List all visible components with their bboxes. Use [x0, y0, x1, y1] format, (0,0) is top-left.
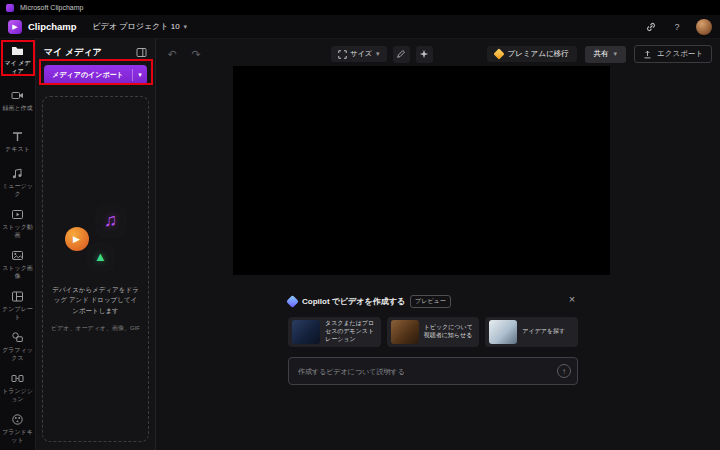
copilot-icon: [286, 295, 299, 308]
stock-video-icon: [11, 208, 24, 221]
sidebar-item-transitions[interactable]: トランジション: [0, 367, 35, 408]
gem-icon: [493, 48, 504, 59]
submit-arrow-icon[interactable]: ↑: [557, 364, 571, 378]
export-arrow-icon: [643, 50, 652, 59]
media-dropzone[interactable]: ♫ ▶ ▲ デバイスからメディアをドラッグ アンド ドロップしてインポートします…: [42, 96, 149, 442]
export-button[interactable]: エクスポート: [634, 45, 712, 63]
import-button-wrap: メディアのインポート ▾: [44, 65, 147, 85]
sidebar-item-my-media[interactable]: マイ メディア: [0, 39, 35, 80]
avatar[interactable]: [696, 19, 712, 35]
folder-icon: [11, 44, 24, 57]
media-panel: マイ メディア メディアのインポート ▾ ♫ ▶ ▲ デバイスからメディアをドラ…: [36, 39, 156, 450]
pen-icon: [396, 49, 406, 59]
copilot-header: Copilot でビデオを作成する プレビュー ×: [288, 295, 578, 308]
dropzone-instructions: デバイスからメディアをドラッグ アンド ドロップしてインポートします: [51, 285, 140, 316]
brand-name: Clipchamp: [28, 21, 77, 32]
media-panel-header: マイ メディア: [36, 39, 155, 59]
editor-toolbar: ↶ ↷ サイズ ▾: [156, 43, 720, 65]
chevron-down-icon: ▾: [376, 50, 380, 58]
pen-button[interactable]: [393, 46, 410, 63]
import-options-chevron-icon[interactable]: ▾: [133, 71, 147, 79]
clipchamp-mini-logo-icon: [6, 4, 14, 12]
sidebar-item-text[interactable]: テキスト: [0, 121, 35, 162]
sparkle-icon: [419, 49, 429, 59]
transitions-icon: [11, 372, 24, 385]
music-note-icon: ♫: [95, 205, 127, 237]
camera-icon: [11, 89, 24, 102]
size-button[interactable]: サイズ ▾: [331, 46, 387, 62]
upgrade-premium-button[interactable]: プレミアムに移行: [487, 46, 577, 62]
redo-icon[interactable]: ↷: [188, 46, 204, 62]
triangle-icon: ▲: [87, 243, 115, 271]
chevron-down-icon: ▾: [614, 50, 618, 58]
editor-main: ↶ ↷ サイズ ▾: [156, 39, 720, 450]
toolbar-mid-group: サイズ ▾: [331, 46, 433, 63]
link-icon[interactable]: [644, 20, 658, 34]
project-title: ビデオ プロジェクト 10: [93, 21, 180, 32]
chevron-down-icon: ▾: [184, 23, 188, 31]
sidebar-item-graphics[interactable]: グラフィックス: [0, 326, 35, 367]
collapse-panel-icon[interactable]: [136, 47, 147, 58]
copilot-suggestions: タスクまたはプロセスのデモンストレーション トピックについて視聴者に知らせる ア…: [288, 317, 578, 347]
copilot-card-inform[interactable]: トピックについて視聴者に知らせる: [387, 317, 480, 347]
music-note-icon: [11, 167, 24, 180]
toolbar-right-group: プレミアムに移行 共有 ▾ エクスポート: [487, 45, 712, 63]
sidebar-item-brand-kit[interactable]: ブランドキット: [0, 408, 35, 449]
window-title: Microsoft Clipchamp: [20, 4, 83, 11]
media-panel-title: マイ メディア: [44, 46, 102, 59]
aspect-ratio-icon: [338, 50, 347, 59]
app-window: Microsoft Clipchamp ▶ Clipchamp ビデオ プロジェ…: [0, 0, 720, 450]
tool-sidebar: マイ メディア 録画と作成 テキスト ミュージック ストック動画: [0, 39, 36, 450]
play-button-icon: ▶: [65, 227, 89, 251]
share-button[interactable]: 共有 ▾: [585, 46, 627, 63]
copilot-prompt-input[interactable]: [288, 357, 578, 385]
sidebar-item-record-create[interactable]: 録画と作成: [0, 80, 35, 121]
sidebar-item-templates[interactable]: テンプレート: [0, 285, 35, 326]
preview-badge: プレビュー: [410, 295, 451, 308]
copilot-panel: Copilot でビデオを作成する プレビュー × タスクまたはプロセスのデモン…: [288, 295, 578, 385]
copilot-card-ideas[interactable]: アイデアを探す: [485, 317, 578, 347]
card-thumbnail: [489, 320, 517, 344]
undo-icon[interactable]: ↶: [164, 46, 180, 62]
app-header: ▶ Clipchamp ビデオ プロジェクト 10 ▾ ?: [0, 15, 720, 39]
stock-image-icon: [11, 249, 24, 262]
template-icon: [11, 290, 24, 303]
clipchamp-logo-icon: ▶: [8, 20, 22, 34]
os-titlebar: Microsoft Clipchamp: [0, 0, 720, 15]
close-icon[interactable]: ×: [566, 293, 578, 305]
sidebar-item-stock-image[interactable]: ストック画像: [0, 244, 35, 285]
help-icon[interactable]: ?: [670, 20, 684, 34]
copilot-input-wrap: ↑: [288, 357, 578, 385]
import-media-button[interactable]: メディアのインポート ▾: [44, 65, 147, 85]
copilot-card-demo[interactable]: タスクまたはプロセスのデモンストレーション: [288, 317, 381, 347]
graphics-icon: [11, 331, 24, 344]
card-thumbnail: [292, 320, 320, 344]
sparkle-button[interactable]: [416, 46, 433, 63]
text-icon: [11, 130, 24, 143]
sidebar-item-music[interactable]: ミュージック: [0, 162, 35, 203]
header-right-cluster: ?: [644, 19, 712, 35]
play-glyph-icon: ▶: [12, 23, 17, 31]
video-preview[interactable]: [233, 66, 610, 275]
media-illustration: ♫ ▶ ▲: [63, 205, 129, 271]
copilot-title: Copilot でビデオを作成する: [302, 296, 405, 307]
project-title-menu[interactable]: ビデオ プロジェクト 10 ▾: [93, 21, 188, 32]
card-thumbnail: [391, 320, 419, 344]
brand-kit-icon: [11, 413, 24, 426]
dropzone-formats: ビデオ、オーディオ、画像、GIF: [51, 324, 140, 333]
sidebar-item-stock-video[interactable]: ストック動画: [0, 203, 35, 244]
